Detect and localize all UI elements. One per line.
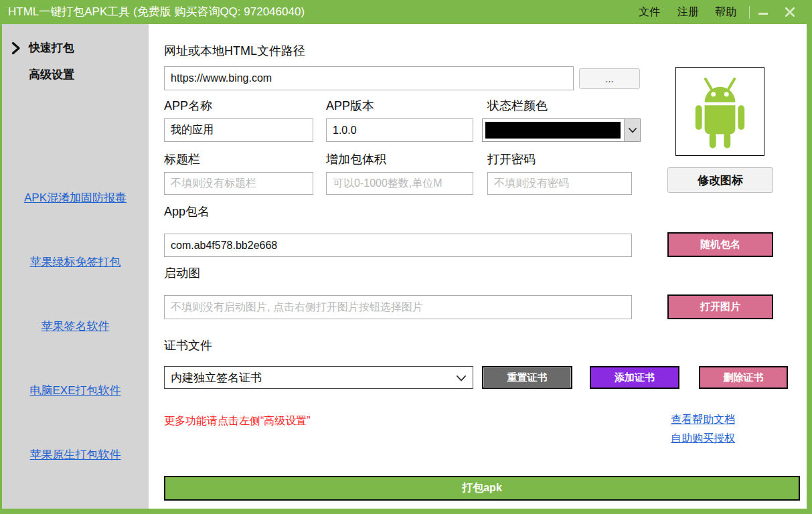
menu-help[interactable]: 帮助 bbox=[712, 0, 739, 24]
sidebar-item-label: 快速打包 bbox=[29, 40, 74, 56]
random-package-button[interactable]: 随机包名 bbox=[667, 232, 773, 257]
splash-input[interactable] bbox=[164, 295, 632, 319]
sidebar-link-ios-greenlabel[interactable]: 苹果绿标免签打包 bbox=[2, 254, 149, 270]
titlebar-divider bbox=[749, 6, 750, 19]
modify-icon-button[interactable]: 修改图标 bbox=[667, 167, 773, 193]
package-name-label: App包名 bbox=[164, 203, 210, 220]
app-icon-preview bbox=[675, 67, 764, 156]
chevron-down-icon bbox=[629, 128, 637, 133]
sidebar-link-exe-pack[interactable]: 电脑EXE打包软件 bbox=[2, 383, 149, 398]
titlebar-label: 标题栏 bbox=[164, 151, 200, 167]
chevron-down-icon bbox=[457, 375, 466, 381]
close-button[interactable] bbox=[779, 0, 801, 24]
minimize-button[interactable] bbox=[754, 0, 773, 24]
advanced-settings-hint: 更多功能请点击左侧“高级设置” bbox=[164, 414, 311, 428]
package-name-input[interactable] bbox=[164, 234, 632, 257]
sidebar-item-label: 高级设置 bbox=[29, 67, 74, 82]
certificate-dropdown[interactable]: 内建独立签名证书 bbox=[164, 366, 473, 389]
package-size-input[interactable] bbox=[326, 172, 473, 195]
main-panel: 网址或本地HTML文件路径 ... APP名称 APP版本 状态栏颜色 标题栏 … bbox=[149, 24, 807, 509]
menu-register[interactable]: 注册 bbox=[675, 0, 702, 24]
password-label: 打开密码 bbox=[487, 151, 536, 167]
app-version-label: APP版本 bbox=[326, 98, 374, 114]
splash-label: 启动图 bbox=[164, 265, 200, 281]
menu-file[interactable]: 文件 bbox=[636, 0, 663, 24]
open-image-button[interactable]: 打开图片 bbox=[667, 294, 773, 319]
help-doc-link[interactable]: 查看帮助文档 bbox=[671, 410, 735, 429]
minimize-icon bbox=[758, 13, 768, 15]
sidebar-item-advanced-settings[interactable]: 高级设置 bbox=[2, 66, 149, 84]
title-bar: HTML一键打包APK工具 (免费版 购买咨询QQ: 972046040) 文件… bbox=[0, 0, 812, 24]
titlebar-input[interactable] bbox=[164, 172, 313, 195]
statusbar-color-label: 状态栏颜色 bbox=[487, 98, 548, 114]
app-version-input[interactable] bbox=[326, 118, 473, 142]
statusbar-color-dropdown[interactable] bbox=[482, 118, 641, 142]
browse-button[interactable]: ... bbox=[579, 68, 640, 89]
sidebar-link-ios-native-pack[interactable]: 苹果原生打包软件 bbox=[2, 447, 149, 462]
delete-cert-button[interactable]: 删除证书 bbox=[699, 366, 788, 389]
buy-license-link[interactable]: 自助购买授权 bbox=[671, 429, 735, 448]
package-size-label: 增加包体积 bbox=[326, 151, 386, 167]
android-robot-icon bbox=[676, 68, 764, 155]
help-links: 查看帮助文档 自助购买授权 bbox=[671, 410, 735, 448]
app-name-input[interactable] bbox=[164, 118, 313, 142]
url-label: 网址或本地HTML文件路径 bbox=[164, 43, 305, 59]
pack-apk-button[interactable]: 打包apk bbox=[164, 476, 800, 501]
reset-cert-button[interactable]: 重置证书 bbox=[482, 366, 572, 389]
window-title: HTML一键打包APK工具 (免费版 购买咨询QQ: 972046040) bbox=[8, 0, 305, 24]
url-input[interactable] bbox=[164, 66, 574, 90]
add-cert-button[interactable]: 添加证书 bbox=[590, 366, 679, 389]
password-input[interactable] bbox=[487, 172, 632, 195]
sidebar-item-quick-pack[interactable]: 快速打包 bbox=[2, 39, 149, 58]
color-swatch bbox=[485, 122, 621, 139]
certificate-label: 证书文件 bbox=[164, 337, 212, 353]
dropdown-arrow-button[interactable] bbox=[624, 119, 640, 141]
close-icon bbox=[785, 7, 795, 17]
chevron-right-icon bbox=[11, 41, 21, 55]
app-name-label: APP名称 bbox=[164, 98, 212, 114]
sidebar-link-ios-signing[interactable]: 苹果签名软件 bbox=[2, 319, 149, 334]
certificate-selected: 内建独立签名证书 bbox=[171, 370, 262, 386]
sidebar-link-apk-obfuscate[interactable]: APK混淆加固防报毒 bbox=[2, 190, 149, 205]
app-window: HTML一键打包APK工具 (免费版 购买咨询QQ: 972046040) 文件… bbox=[0, 0, 812, 514]
sidebar: 快速打包 高级设置 APK混淆加固防报毒 苹果绿标免签打包 苹果签名软件 电脑E… bbox=[2, 24, 149, 509]
